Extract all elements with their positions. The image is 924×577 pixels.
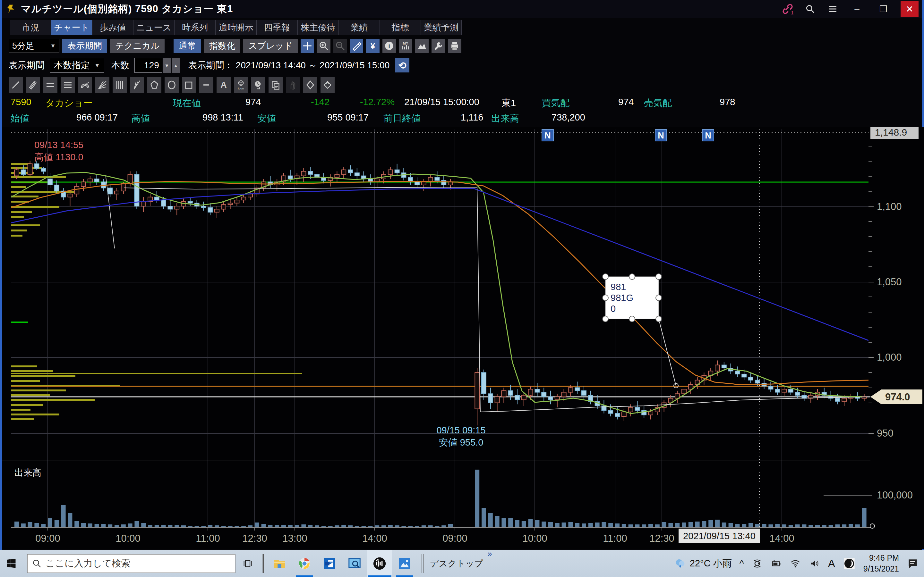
chrome-taskbar-icon[interactable]	[292, 550, 317, 577]
file-explorer-taskbar-icon[interactable]	[267, 550, 292, 577]
indexed-button[interactable]: 指数化	[204, 39, 240, 53]
tab-市況[interactable]: 市況	[10, 20, 51, 35]
eraser-all-icon[interactable]: A	[320, 77, 334, 93]
zoom-out-icon[interactable]	[333, 39, 347, 53]
tab-時系列[interactable]: 時系列	[174, 20, 215, 35]
tab-チャート[interactable]: チャート	[51, 20, 92, 35]
draw-icon[interactable]	[350, 39, 363, 53]
my-chart-icon[interactable]: MY	[399, 39, 412, 53]
hline-2-icon[interactable]	[43, 77, 57, 93]
tray-chevron-icon[interactable]: ^	[740, 558, 744, 569]
chevron-down-icon: ▼	[94, 62, 100, 69]
task-view-button[interactable]	[238, 550, 257, 577]
time-cycle-icon[interactable]	[251, 77, 265, 93]
wifi-icon[interactable]	[790, 558, 801, 569]
desktop-toolbar[interactable]: デスクトップ »	[430, 558, 483, 569]
toolbar-expand-icon[interactable]: »	[487, 549, 492, 559]
technical-button[interactable]: テクニカル	[110, 39, 165, 53]
mail-taskbar-icon[interactable]	[317, 550, 342, 577]
info-icon[interactable]: i	[383, 39, 396, 53]
candle-body	[735, 371, 740, 374]
popup-resize-handle[interactable]	[656, 316, 662, 322]
display-period-button[interactable]: 表示期間	[62, 39, 107, 53]
notification-icon[interactable]	[907, 558, 919, 570]
minimize-button[interactable]: –	[848, 1, 866, 17]
popup-resize-handle[interactable]	[656, 295, 662, 301]
popup-resize-handle[interactable]	[603, 316, 608, 322]
taskbar-search-input[interactable]: ここに入力して検索	[27, 554, 236, 573]
spread-button[interactable]: スプレッド	[243, 39, 298, 53]
title-bar[interactable]: マルチツール(個別銘柄) 7590 タカショー 東1 1 – ❐ ✕	[2, 0, 922, 18]
tab-株主優待[interactable]: 株主優待	[297, 20, 338, 35]
volume-profile-bar	[11, 216, 24, 218]
candle-body	[21, 170, 26, 174]
pentagon-icon[interactable]	[147, 77, 162, 93]
search-icon[interactable]	[803, 2, 817, 16]
tab-指標[interactable]: 指標	[380, 20, 421, 35]
market-name: 東1	[501, 97, 516, 110]
vertical-lines-icon[interactable]	[113, 77, 127, 93]
tab-ニュース[interactable]: ニュース	[133, 20, 174, 35]
copy-object-icon[interactable]	[268, 77, 283, 93]
candle-body	[748, 377, 753, 380]
normal-button[interactable]: 通常	[174, 39, 201, 53]
restore-button[interactable]: ❐	[874, 1, 892, 17]
horizontal-segment-icon[interactable]	[199, 77, 213, 93]
reload-icon[interactable]: ⟲	[395, 58, 409, 73]
clock-widget[interactable]: 9:46 PM 9/15/2021	[863, 553, 899, 574]
ime-mode-indicator[interactable]: A	[828, 558, 835, 570]
zoom-in-icon[interactable]	[317, 39, 330, 53]
eraser-icon[interactable]	[303, 77, 317, 93]
menu-icon[interactable]	[825, 2, 840, 16]
fibonacci-arc-icon[interactable]	[78, 77, 92, 93]
trading-app-taskbar-icon[interactable]	[367, 550, 392, 577]
stock-name: タカショー	[45, 97, 93, 110]
tab-歩み値[interactable]: 歩み値	[92, 20, 133, 35]
candle-body	[15, 170, 19, 176]
photos-taskbar-icon[interactable]	[392, 550, 417, 577]
close-button[interactable]: ✕	[901, 1, 919, 17]
weather-widget[interactable]: 22°C 小雨	[674, 557, 732, 570]
ray-fan-icon[interactable]	[130, 77, 144, 93]
icon-stamp-icon[interactable]: icon	[234, 77, 248, 93]
hand-icon[interactable]	[286, 77, 300, 93]
count-input[interactable]: 129	[134, 58, 162, 73]
popup-resize-handle[interactable]	[656, 274, 662, 279]
price-chart[interactable]: 1,1001,0501,000950NNN09/13 14:55高値 1130.…	[2, 127, 924, 549]
wrench-icon[interactable]	[431, 39, 445, 53]
popup-resize-handle[interactable]	[603, 274, 608, 279]
count-mode-select[interactable]: 本数指定▼	[50, 58, 104, 73]
volume-icon[interactable]	[809, 558, 821, 569]
start-button[interactable]	[0, 550, 23, 577]
link-icon[interactable]: 1	[780, 2, 795, 16]
battery-icon[interactable]	[771, 558, 782, 569]
volume-bar	[262, 524, 266, 527]
text-icon[interactable]: A	[216, 77, 231, 93]
yen-icon[interactable]: ¥	[366, 39, 380, 53]
tab-業績予測[interactable]: 業績予測	[421, 20, 462, 35]
popup-resize-handle[interactable]	[629, 274, 635, 279]
ellipse-icon[interactable]	[165, 77, 179, 93]
snip-taskbar-icon[interactable]	[342, 550, 367, 577]
parallel-channel-icon[interactable]	[26, 77, 40, 93]
taskbar-divider	[422, 554, 422, 573]
ime-icon[interactable]	[843, 557, 856, 570]
volume-bar	[74, 521, 79, 527]
hline-3-icon[interactable]	[61, 77, 75, 93]
trendline-icon[interactable]	[9, 77, 23, 93]
count-decrement[interactable]: ▼	[163, 58, 171, 73]
gann-fan-icon[interactable]	[95, 77, 110, 93]
mountain-icon[interactable]	[415, 39, 429, 53]
timeframe-select[interactable]: 5分足▼	[9, 39, 59, 53]
tab-業績[interactable]: 業績	[338, 20, 380, 35]
rectangle-icon[interactable]	[182, 77, 196, 93]
meet-now-icon[interactable]	[752, 558, 762, 569]
popup-resize-handle[interactable]	[629, 316, 635, 322]
tab-適時開示[interactable]: 適時開示	[215, 20, 256, 35]
popup-resize-handle[interactable]	[603, 295, 608, 301]
crosshair-icon[interactable]	[300, 39, 314, 53]
tab-四季報[interactable]: 四季報	[256, 20, 297, 35]
count-increment[interactable]: ▲	[172, 58, 180, 73]
print-icon[interactable]	[448, 39, 461, 53]
candle-body	[501, 391, 506, 397]
